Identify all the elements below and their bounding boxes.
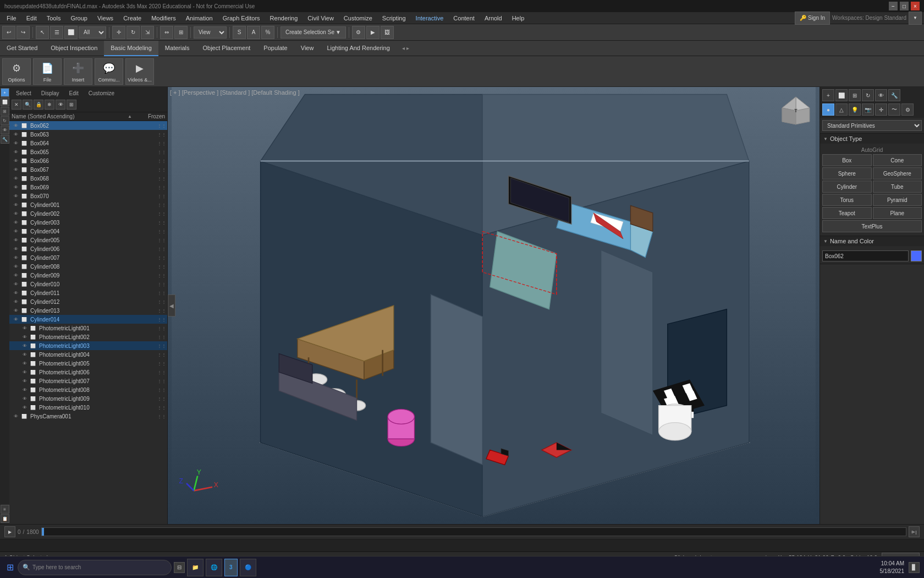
minimize-button[interactable]: − [889,2,898,10]
helpers-icon-btn[interactable]: ✛ [875,103,887,116]
menu-civil-view[interactable]: Civil View [303,14,338,23]
menu-modifiers[interactable]: Modifiers [147,14,180,23]
object-name-input[interactable] [822,250,909,261]
menu-help[interactable]: Help [508,14,529,23]
expand-icon[interactable]: ⊞ [67,100,76,110]
scene-tab-edit[interactable]: Edit [65,89,83,97]
spacewarps-icon-btn[interactable]: 〜 [888,103,900,116]
create-selection-button[interactable]: Create Selection Se ▼ [280,26,346,39]
geosphere-button[interactable]: GeoSphere [873,167,922,179]
menu-content[interactable]: Content [449,14,479,23]
scene-item[interactable]: 👁 ⬜ PhysCamera001 ⋮⋮ [9,412,167,421]
box-button[interactable]: Box [822,154,872,166]
menu-graph-editors[interactable]: Graph Editors [218,14,265,23]
tab-lighting-rendering[interactable]: Lighting And Rendering [320,41,396,56]
plane-button[interactable]: Plane [873,207,922,219]
menu-file[interactable]: File [2,14,21,23]
videos-button[interactable]: ▶ Videos &... [125,58,154,85]
scene-item[interactable]: 👁 ⬜ PhotometricLight005 ⋮⋮ [9,359,167,368]
select-by-name-button[interactable]: ☰ [50,26,63,39]
move-button[interactable]: ✛ [112,26,125,39]
community-button[interactable]: 💬 Commu... [95,58,123,85]
maximize-button[interactable]: □ [900,2,909,10]
filter-icon[interactable]: 🔍 [23,100,32,110]
freeze-icon-tool[interactable]: ❄ [45,100,54,110]
create-icon-btn[interactable]: + [822,89,834,101]
scene-item[interactable]: 👁 ⬜ Box066 ⋮⋮ [9,156,167,165]
tab-populate[interactable]: Populate [257,41,294,56]
scene-item[interactable]: 👁 ⬜ PhotometricLight002 ⋮⋮ [9,332,167,341]
timeline-play-button[interactable]: ▶ [4,526,15,537]
scene-item[interactable]: 👁 ⬜ Cylinder009 ⋮⋮ [9,271,167,280]
workspaces-dropdown[interactable]: ▼ [909,12,922,25]
scene-item[interactable]: 👁 ⬜ Cylinder007 ⋮⋮ [9,253,167,262]
sign-in-button[interactable]: 🔑 Sign In [795,12,830,25]
menu-edit[interactable]: Edit [22,14,41,23]
systems-icon-btn[interactable]: ⚙ [901,103,914,116]
scene-item[interactable]: 👁 ⬜ Box070 ⋮⋮ [9,192,167,200]
toggle-all-icon[interactable]: ✕ [12,100,21,110]
insert-button[interactable]: ➕ Insert [64,58,92,85]
viewport-content[interactable]: X Y Z [168,87,820,524]
more-tabs-button[interactable]: ◂ ▸ [399,45,413,51]
modify-panel-icon[interactable]: ⬜ [1,97,9,106]
utilities-icon-btn[interactable]: 🔧 [888,89,900,101]
tab-materials[interactable]: Materials [158,41,196,56]
scene-item[interactable]: 👁 ⬜ PhotometricLight008 ⋮⋮ [9,385,167,394]
scene-item[interactable]: 👁 ⬜ Cylinder006 ⋮⋮ [9,244,167,253]
viewport-nav-arrow[interactable]: ◀ [168,295,175,317]
timeline-track[interactable] [41,527,906,536]
scene-tab-customize[interactable]: Customize [84,89,119,97]
scene-item[interactable]: 👁 ⬜ Box063 ⋮⋮ [9,130,167,139]
textplus-button[interactable]: TextPlus [822,220,922,232]
menu-scripting[interactable]: Scripting [378,14,410,23]
render-setup-button[interactable]: ⚙ [352,26,365,39]
scene-item[interactable]: 👁 ⬜ Box067 ⋮⋮ [9,165,167,174]
taskbar-edge[interactable]: 🌐 [206,559,222,576]
windows-start-button[interactable]: ⊞ [4,562,15,573]
timebar[interactable]: 0 100 200 300 400 500 600 700 800 900 10… [0,539,924,552]
scene-item[interactable]: 👁 ⬜ PhotometricLight001 ⋮⋮ [9,324,167,332]
render-button[interactable]: ▶ [366,26,380,39]
modify-icon-btn[interactable]: ⬜ [835,89,848,101]
scene-item[interactable]: 👁 ⬜ Cylinder014 ⋮⋮ [9,315,167,324]
primitives-type-dropdown[interactable]: Standard Primitives [822,120,922,131]
angle-snap-button[interactable]: A [247,26,260,39]
menu-tools[interactable]: Tools [42,14,65,23]
layers-icon[interactable]: ≡ [1,505,9,514]
show-desktop-button[interactable]: ▊ [909,562,920,573]
scene-item[interactable]: 👁 ⬜ Box068 ⋮⋮ [9,174,167,183]
utilities-panel-icon[interactable]: 🔧 [1,135,9,144]
file-button[interactable]: 📄 File [33,58,62,85]
scene-item[interactable]: 👁 ⬜ PhotometricLight006 ⋮⋮ [9,368,167,377]
rotate-button[interactable]: ↻ [127,26,140,39]
percent-snap-button[interactable]: % [261,26,274,39]
scene-item[interactable]: 👁 ⬜ Cylinder012 ⋮⋮ [9,297,167,306]
scene-item[interactable]: 👁 ⬜ Cylinder003 ⋮⋮ [9,218,167,227]
scale-button[interactable]: ⇲ [141,26,154,39]
object-type-header[interactable]: ▼ Object Type [820,134,924,144]
motion-icon-btn[interactable]: ↻ [862,89,874,101]
name-color-header[interactable]: ▼ Name and Color [820,236,924,246]
scene-item[interactable]: 👁 ⬜ Box065 ⋮⋮ [9,148,167,156]
display-icon-btn[interactable]: 👁 [875,89,887,101]
menu-rendering[interactable]: Rendering [266,14,302,23]
scene-item[interactable]: 👁 ⬜ PhotometricLight010 ⋮⋮ [9,403,167,412]
hierarchy-panel-icon[interactable]: ⊞ [1,107,9,116]
filter-dropdown[interactable]: All [79,26,106,39]
task-view-button[interactable]: ⊟ [174,562,185,573]
tab-object-placement[interactable]: Object Placement [196,41,257,56]
timeline-end-button[interactable]: ⊳| [909,526,920,537]
select-object-button[interactable]: ↖ [36,26,49,39]
color-swatch[interactable] [911,250,922,261]
scene-item[interactable]: 👁 ⬜ PhotometricLight007 ⋮⋮ [9,377,167,385]
scene-item[interactable]: 👁 ⬜ Cylinder013 ⋮⋮ [9,306,167,315]
scene-item[interactable]: 👁 ⬜ PhotometricLight009 ⋮⋮ [9,394,167,403]
scene-item[interactable]: 👁 ⬜ Cylinder004 ⋮⋮ [9,227,167,236]
tube-button[interactable]: Tube [873,181,922,193]
lock-icon[interactable]: 🔒 [34,100,43,110]
scene-tab-select[interactable]: Select [12,89,36,97]
scene-item[interactable]: 👁 ⬜ PhotometricLight003 ⋮⋮ [9,341,167,350]
hierarchy-icon-btn[interactable]: ⊞ [849,89,861,101]
scene-tab-display[interactable]: Display [37,89,64,97]
